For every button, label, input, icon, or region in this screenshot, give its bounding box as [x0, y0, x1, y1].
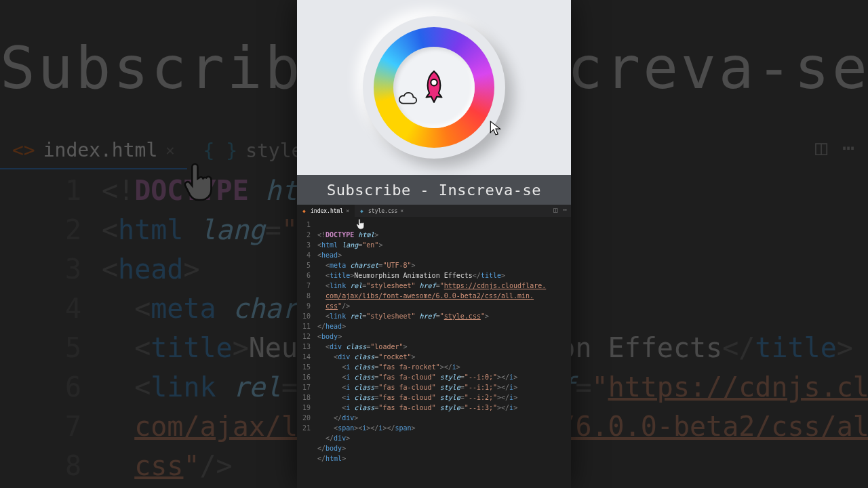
bg-editor-actions: ◫ ⋯: [815, 136, 854, 159]
fg-line-numbers: 12 34 56 78 910 1112 1314 1516 1718 1920…: [297, 220, 315, 433]
fg-editor: ◆ index.html × ◆ style.css × ◫ ⋯ 12 34 5…: [297, 205, 571, 488]
fg-tab-label: index.html: [311, 208, 343, 214]
split-editor-icon[interactable]: ◫: [553, 206, 557, 214]
preview-area: [297, 0, 571, 175]
split-editor-icon[interactable]: ◫: [815, 136, 827, 159]
cursor-icon: [490, 121, 502, 136]
rocket-icon: [419, 70, 449, 105]
more-icon[interactable]: ⋯: [842, 136, 854, 159]
bg-line-numbers: 1 2 3 4 5 6 7 8: [14, 171, 81, 485]
cloud-icon: [397, 92, 418, 106]
fg-code-area[interactable]: <!DOCTYPE html> <html lang="en"> <head> …: [317, 220, 568, 474]
ring-inner: [393, 47, 475, 128]
html-icon: ◆: [302, 208, 308, 214]
html-icon: <>: [12, 139, 35, 161]
close-icon[interactable]: ✕: [165, 142, 174, 159]
foreground-panel: Subscribe - Inscreva-se ◆ index.html × ◆…: [297, 0, 571, 488]
fg-tab-style-css[interactable]: ◆ style.css ×: [355, 205, 409, 217]
subscribe-banner: Subscribe - Inscreva-se: [297, 175, 571, 205]
more-icon[interactable]: ⋯: [563, 206, 567, 214]
fg-tab-label: style.css: [368, 208, 397, 214]
bg-tab-index-html[interactable]: <> index.html ✕: [0, 132, 187, 169]
hand-cursor-icon: [182, 159, 222, 207]
bg-tab-label: index.html: [43, 139, 158, 161]
close-icon[interactable]: ×: [346, 208, 349, 214]
neumorphic-ring: [363, 16, 505, 159]
fg-tab-bar: ◆ index.html × ◆ style.css ×: [297, 205, 571, 217]
gradient-ring: [374, 27, 494, 148]
svg-point-0: [431, 79, 437, 85]
hand-cursor-icon: [355, 218, 368, 231]
fg-editor-actions: ◫ ⋯: [553, 206, 567, 214]
close-icon[interactable]: ×: [400, 208, 403, 214]
css-icon: ◆: [360, 208, 366, 214]
fg-tab-index-html[interactable]: ◆ index.html ×: [297, 205, 355, 217]
